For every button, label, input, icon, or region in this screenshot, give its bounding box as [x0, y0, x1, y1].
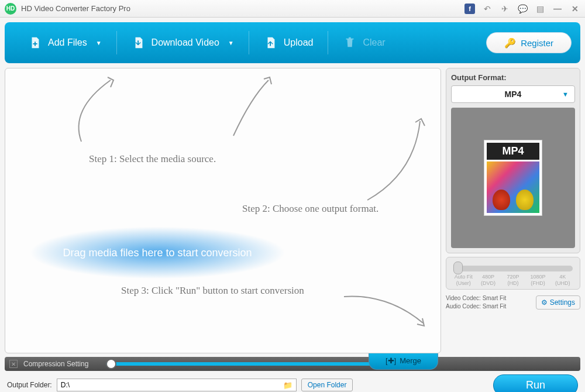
run-label: Run: [526, 379, 545, 391]
open-folder-label: Open Folder: [308, 381, 347, 389]
format-value: MP4: [505, 90, 522, 99]
output-folder-label: Output Folder:: [7, 381, 52, 389]
merge-button[interactable]: [✚] Merge: [369, 353, 438, 370]
menu-icon[interactable]: ▤: [535, 4, 545, 14]
register-label: Register: [521, 38, 553, 48]
upload-label: Upload: [284, 37, 314, 48]
download-icon: [132, 36, 146, 50]
folder-path: D:\: [61, 381, 70, 389]
compression-slider[interactable]: [106, 362, 410, 366]
compression-label: Compression Setting: [23, 360, 88, 368]
titlebar: HD HD Video Converter Factory Pro f ↶ ✈ …: [0, 0, 585, 18]
folder-icon[interactable]: 📁: [283, 381, 292, 390]
add-file-icon: [28, 36, 42, 50]
drag-hint: Drag media files here to start conversio…: [29, 226, 286, 279]
feedback-icon[interactable]: 💬: [517, 4, 528, 14]
codec-info: Video Codec: Smart Fit Audio Codec: Smar…: [446, 294, 506, 311]
step-text: Step 1: Select the media source.: [89, 153, 216, 165]
app-title: HD Video Converter Factory Pro: [21, 4, 130, 13]
main-toolbar: Add Files ▼ Download Video ▼ Upload Clea…: [5, 22, 580, 63]
quality-slider[interactable]: [453, 266, 573, 271]
close-icon[interactable]: ✕: [570, 4, 580, 14]
quality-panel: Auto Fit(User) 480P(DVD) 720P(HD) 1080P(…: [446, 257, 580, 290]
merge-label: Merge: [400, 356, 421, 365]
compression-bar: ✕ Compression Setting: [5, 357, 580, 371]
format-card: MP4: [484, 140, 542, 216]
clear-button[interactable]: Clear: [328, 28, 400, 57]
add-files-label: Add Files: [48, 37, 87, 48]
quality-labels: Auto Fit(User) 480P(DVD) 720P(HD) 1080P(…: [451, 274, 575, 287]
add-files-button[interactable]: Add Files ▼: [13, 28, 116, 57]
register-button[interactable]: 🔑 Register: [486, 32, 572, 53]
open-folder-button[interactable]: Open Folder: [301, 379, 353, 391]
close-compression-icon[interactable]: ✕: [9, 360, 18, 368]
slider-thumb[interactable]: [453, 262, 463, 274]
pin-icon[interactable]: ✈: [500, 4, 510, 14]
key-icon: 🔑: [504, 37, 516, 49]
bottom-bar: Output Folder: D:\ 📁 Open Folder Run: [0, 373, 585, 392]
chevron-down-icon: ▼: [96, 40, 102, 46]
chevron-down-icon: ▼: [228, 40, 234, 46]
audio-codec-label: Audio Codec: Smart Fit: [446, 302, 506, 311]
format-preview[interactable]: MP4: [451, 108, 575, 248]
gear-icon: ⚙: [541, 298, 548, 307]
video-codec-label: Video Codec: Smart Fit: [446, 294, 506, 302]
format-card-label: MP4: [487, 143, 539, 160]
trash-icon: [343, 36, 357, 50]
output-format-label: Output Format:: [451, 73, 575, 82]
merge-icon: [✚]: [386, 356, 396, 365]
drag-hint-label: Drag media files here to start conversio…: [63, 247, 252, 259]
format-card-image: [487, 161, 539, 213]
download-video-label: Download Video: [152, 37, 219, 48]
minimize-icon[interactable]: —: [552, 4, 563, 14]
step-text: Step 3: Click "Run" button to start conv…: [121, 285, 304, 297]
settings-label: Settings: [550, 298, 575, 307]
run-button[interactable]: Run: [493, 374, 578, 393]
step-text: Step 2: Choose one output format.: [242, 203, 378, 215]
download-video-button[interactable]: Download Video ▼: [117, 28, 249, 57]
output-folder-input[interactable]: D:\ 📁: [57, 379, 297, 391]
clear-label: Clear: [363, 37, 385, 48]
output-format-panel: Output Format: MP4 ▼ MP4: [446, 68, 580, 253]
upload-button[interactable]: Upload: [249, 28, 328, 57]
drop-zone-panel[interactable]: Step 1: Select the media source. Step 2:…: [5, 68, 441, 353]
settings-button[interactable]: ⚙ Settings: [536, 295, 580, 310]
undo-icon[interactable]: ↶: [482, 4, 493, 14]
facebook-icon[interactable]: f: [464, 4, 475, 14]
upload-icon: [264, 36, 278, 50]
chevron-down-icon: ▼: [562, 91, 569, 98]
app-logo-icon: HD: [5, 3, 16, 15]
format-select[interactable]: MP4 ▼: [451, 85, 575, 103]
